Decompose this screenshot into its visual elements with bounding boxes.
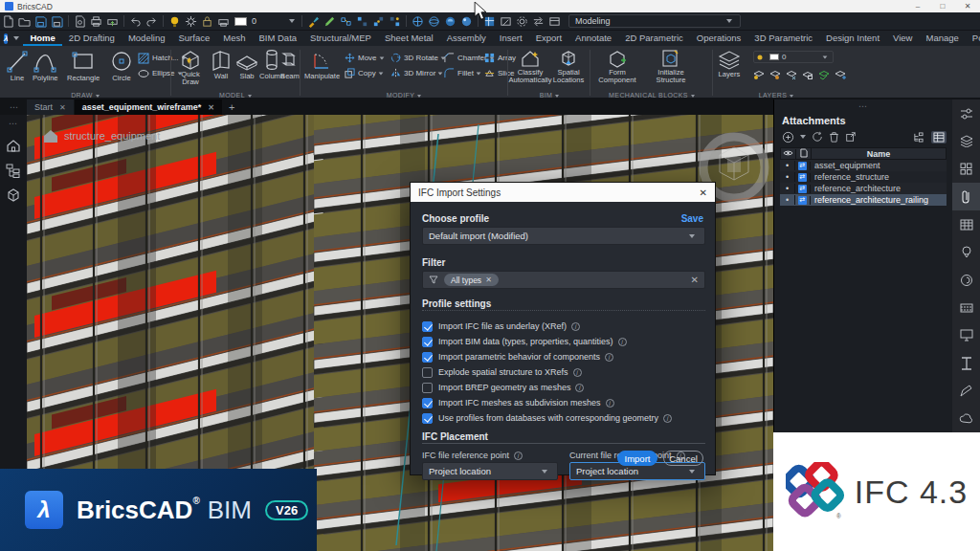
attachment-row[interactable]: • ⇄ reference_architecture_railing [780, 194, 947, 206]
attach-file-icon[interactable] [782, 131, 794, 143]
new-tab-button[interactable]: + [229, 101, 234, 113]
layer-freeze-icon[interactable] [786, 70, 797, 80]
setting-row[interactable]: Explode spatial structure to XRefs [422, 366, 582, 378]
print-icon[interactable] [90, 15, 102, 28]
annotate-panel-icon[interactable] [500, 15, 512, 28]
redo-icon[interactable] [145, 15, 158, 28]
doc-tab-start[interactable]: Start ✕ [27, 99, 74, 115]
lock-icon[interactable] [201, 15, 213, 28]
color-swatch[interactable] [234, 17, 247, 26]
render-mode-icon[interactable] [444, 15, 457, 28]
setting-row[interactable]: Import IFC file as underlay (XRef) [422, 320, 580, 332]
tab-insert[interactable]: Insert [493, 31, 529, 46]
workspace-selector[interactable]: Modeling [568, 14, 741, 28]
tool-wall[interactable]: Wall [210, 49, 233, 80]
filter-chip[interactable]: All types ✕ [444, 274, 499, 286]
tool-layers[interactable]: Layers [717, 49, 742, 78]
tool-manipulate[interactable]: Manipulate [304, 49, 340, 80]
chip-remove-icon[interactable]: ✕ [485, 276, 492, 284]
display-panel-tab[interactable] [952, 321, 980, 349]
maximize-button[interactable]: □ [930, 0, 955, 12]
new-file-icon[interactable] [2, 15, 14, 28]
tab-point-cloud[interactable]: Point Cloud [966, 31, 980, 46]
tool-rectangle[interactable]: Rectangle [67, 49, 100, 82]
tool-move[interactable]: Move [345, 52, 387, 64]
window-icon[interactable] [548, 15, 561, 28]
tab-modeling[interactable]: Modeling [122, 31, 172, 46]
layer-match-icon[interactable] [818, 70, 830, 80]
tab-3d-parametric[interactable]: 3D Parametric [747, 31, 819, 46]
delete-icon[interactable] [829, 131, 839, 143]
reload-icon[interactable] [812, 131, 823, 143]
tab-view[interactable]: View [886, 31, 919, 46]
tool-classify-automatically[interactable]: Classify Automatically [511, 49, 549, 85]
properties-panel-tab[interactable] [952, 99, 980, 127]
minimize-button[interactable]: – [905, 0, 930, 12]
tool-spatial-locations[interactable]: Spatial Locations [550, 49, 587, 85]
tab-design-intent[interactable]: Design Intent [819, 31, 886, 46]
layer-new-icon[interactable] [835, 70, 846, 80]
structure-browser-icon[interactable] [6, 163, 21, 178]
layer-current[interactable]: 0 [252, 16, 256, 26]
materials-panel-tab[interactable] [952, 294, 980, 321]
panel-handle-icon[interactable]: ⋯ [858, 101, 868, 111]
checkbox[interactable] [422, 398, 433, 408]
tool-line[interactable]: Line [6, 49, 29, 82]
snap-grid-icon[interactable] [356, 15, 368, 28]
publish-icon[interactable] [106, 15, 119, 28]
profiles-panel-tab[interactable] [952, 349, 980, 377]
plot-icon[interactable] [217, 15, 230, 28]
layer-isolate-icon[interactable] [753, 70, 765, 80]
table-panel-tab[interactable] [952, 210, 980, 238]
doc-tab-asset-equipment-wireframe[interactable]: asset_equipment_wireframe* ✕ [75, 99, 222, 115]
open-external-icon[interactable] [845, 131, 857, 143]
attachment-row[interactable]: • ⇄ reference_structure [780, 171, 947, 183]
tab-surface[interactable]: Surface [171, 31, 216, 46]
tab-bim-data[interactable]: BIM Data [252, 31, 303, 46]
tool-circle[interactable]: Circle [109, 49, 134, 82]
gear-icon[interactable] [185, 15, 197, 28]
checkbox[interactable] [422, 383, 433, 393]
profile-select[interactable]: Default import (Modified) [422, 227, 705, 245]
tool-fillet[interactable]: Fillet [444, 67, 483, 79]
table-view-toggle[interactable] [931, 131, 947, 143]
swap-icon[interactable] [532, 15, 545, 28]
layer-lock-icon[interactable] [802, 70, 813, 80]
render-panel-tab[interactable] [952, 238, 980, 266]
tab-export[interactable]: Export [529, 31, 568, 46]
tab-structural-mep[interactable]: Structural/MEP [303, 31, 378, 46]
checkbox[interactable] [422, 367, 433, 378]
snap-polar-icon[interactable] [389, 15, 401, 28]
checkbox[interactable] [422, 413, 433, 424]
pencil-icon[interactable] [323, 15, 336, 28]
entity-snap-icon[interactable] [340, 15, 352, 28]
close-tab-icon[interactable]: ✕ [208, 103, 214, 112]
import-button[interactable]: Import [617, 451, 657, 466]
file-ref-select[interactable]: Project location [422, 462, 558, 480]
save-icon[interactable] [34, 15, 47, 28]
save-profile-link[interactable]: Save [681, 213, 703, 224]
open-file-icon[interactable] [18, 15, 31, 28]
dialog-close-button[interactable]: ✕ [700, 187, 707, 198]
checkbox[interactable] [422, 321, 433, 332]
setting-row[interactable]: Import IFC meshes as subdivision meshes [422, 397, 614, 408]
tool-initialize-structure[interactable]: Initialize Structure [648, 49, 694, 85]
tool-form-component[interactable]: Form Component [596, 49, 638, 85]
attachment-row[interactable]: • ⇄ asset_equipment [780, 160, 947, 171]
tab-mesh[interactable]: Mesh [216, 31, 252, 46]
close-tab-icon[interactable]: ✕ [59, 103, 66, 112]
tool-beam[interactable]: Beam [278, 49, 301, 80]
model-space-label[interactable]: structure_equipment [43, 129, 160, 143]
menu-chevron-icon[interactable] [13, 36, 19, 40]
tool-slab[interactable]: Slab [234, 49, 259, 80]
checkbox[interactable] [422, 352, 433, 363]
setting-row[interactable]: Use profiles from databases with corresp… [422, 412, 672, 424]
record-panel-tab[interactable] [952, 266, 980, 294]
close-button[interactable]: ✕ [955, 0, 980, 12]
tab-home[interactable]: Home [23, 31, 61, 46]
snap-track-icon[interactable] [372, 15, 385, 28]
dialog-title-bar[interactable]: IFC Import Settings ✕ [411, 183, 715, 202]
tab-2d-drafting[interactable]: 2D Drafting [62, 31, 122, 46]
tool-3d-rotate[interactable]: 3D Rotate [390, 52, 448, 64]
layer-dropdown-chevron-icon[interactable] [289, 19, 295, 23]
